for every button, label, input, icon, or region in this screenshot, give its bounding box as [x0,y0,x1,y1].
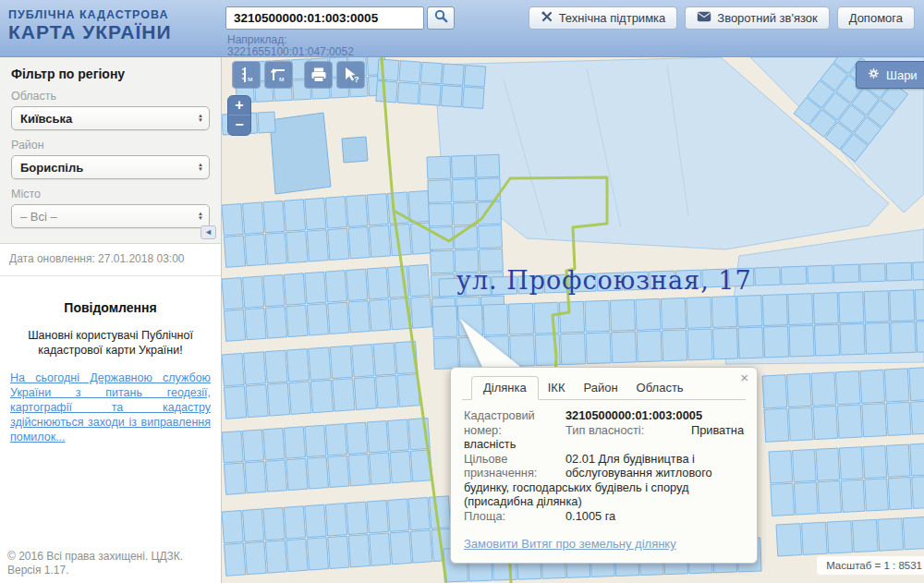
select-arrows-icon: ▲ ▼ [192,212,203,221]
raion-label: Район [11,139,210,152]
purpose-value: 02.01 Для будівництва і [565,452,695,467]
header-buttons: Технічна підтримка Зворотний зв'язок Доп… [529,6,915,30]
logo-line2: КАРТА УКРАЇНИ [8,21,171,43]
area-value: 0.1005 га [565,509,615,524]
popup-line: (присадибна ділянка) [464,494,744,509]
sidebar: Фільтр по регіону Область Київська ▲ ▼ Р… [0,57,222,583]
zoom-control: + − [227,95,251,136]
area-ruler-icon: м [270,66,288,84]
ownership-type-label: Тип власності: [565,423,644,438]
message-title: Повідомлення [0,300,221,315]
parcel-info-popup: × Ділянка ІКК Район Область Кадастровий … [450,367,758,564]
purpose-value2: обслуговування житлового [565,466,712,480]
area-label: Площа: [464,509,565,524]
cursor-question-icon: ? [342,66,360,84]
ownership-type-value2: власність [464,437,516,452]
popup-line: власність [464,437,744,452]
help-button[interactable]: Допомога [837,6,915,30]
arrow-down-icon: ▼ [198,216,203,221]
zoom-out-button[interactable]: − [228,115,250,135]
misto-label: Місто [11,188,210,200]
popup-line: призначення: обслуговування житлового [464,466,744,480]
measure-distance-tool[interactable]: м [232,61,261,89]
raion-select[interactable]: Бориспіль ▲ ▼ [11,155,210,179]
gear-icon [868,67,880,82]
misto-select[interactable]: – Всі – ▲ ▼ [11,204,210,228]
search-icon [434,9,448,27]
svg-text:?: ? [354,75,359,84]
misto-value: – Всі – [20,210,57,224]
collapse-panel-button[interactable]: ◄ [201,225,216,239]
select-arrows-icon: ▲ ▼ [192,163,203,172]
search-input[interactable] [225,6,424,30]
order-extract-link[interactable]: Замовити Витяг про земельну ділянку [464,537,676,551]
arrow-down-icon: ▼ [198,118,203,123]
popup-line: будинку, господарських будівель і споруд [464,480,744,495]
purpose-value3: будинку, господарських будівель і споруд [464,480,688,495]
copyright-line1: © 2016 Всі права захищені. ЦДЗК. [7,550,183,564]
zoom-in-button[interactable]: + [228,96,250,115]
cadastral-number-label2: номер: [464,423,565,438]
svg-text:м: м [248,75,253,83]
purpose-label2: призначення: [464,466,565,480]
message-link[interactable]: На сьогодні Державною службою України з … [10,370,211,444]
raion-value: Бориспіль [20,161,83,175]
svg-text:м: м [279,75,285,83]
app-logo[interactable]: ПУБЛІЧНА КАДАСТРОВА КАРТА УКРАЇНИ [8,8,171,43]
hint-line2: 3221655100:01:047:0052 [227,46,354,58]
oblast-select[interactable]: Київська ▲ ▼ [11,106,210,130]
ownership-type-value: Приватна [691,423,744,438]
tab-raion[interactable]: Район [574,377,626,399]
copyright: © 2016 Всі права захищені. ЦДЗК. Версія … [7,550,183,577]
tab-oblast[interactable]: Область [627,377,693,399]
filter-title: Фільтр по регіону [11,67,210,81]
copyright-line2: Версія 1.17. [7,564,183,577]
search-button[interactable] [427,6,455,30]
oblast-value: Київська [20,112,72,126]
popup-line: Кадастровий 3210500000:01:003:0005 [464,408,744,423]
purpose-label: Цільове [464,452,565,467]
feedback-button[interactable]: Зворотний зв'язок [685,6,829,30]
purpose-value4: (присадибна ділянка) [464,494,582,509]
feedback-label: Зворотний зв'язок [717,11,817,25]
popup-body: Кадастровий 3210500000:01:003:0005 номер… [462,400,746,552]
oblast-label: Область [11,90,210,103]
popup-tabs: Ділянка ІКК Район Область [462,376,746,400]
select-arrows-icon: ▲ ▼ [192,114,203,123]
update-date: Дата оновлення: 27.01.2018 03:00 [0,244,221,276]
identify-tool[interactable]: ? [336,61,365,89]
popup-line: номер: Тип власності: Приватна [464,423,744,438]
tools-icon [541,10,553,26]
street-label: ул. Профсоюзная, 17 [456,266,752,295]
region-filter-panel: Фільтр по регіону Область Київська ▲ ▼ Р… [0,57,221,244]
map-canvas[interactable]: ул. Профсоюзная, 17 м м ? + − [222,57,924,583]
ruler-icon: м [237,66,256,84]
envelope-icon [697,11,711,25]
help-label: Допомога [849,11,903,25]
message-text: Шановні користувачі Публічної кадастрово… [15,328,206,358]
logo-line1: ПУБЛІЧНА КАДАСТРОВА [8,8,171,21]
tab-ikk[interactable]: ІКК [539,377,575,399]
arrow-down-icon: ▼ [198,167,203,172]
tab-dilyanka[interactable]: Ділянка [471,376,539,400]
popup-line: Цільове 02.01 Для будівництва і [464,452,744,467]
popup-line: Площа: 0.1005 га [464,509,744,524]
print-tool[interactable] [304,61,333,89]
scale-indicator: Масштаб = 1 : 8531 [817,556,924,575]
search-hint: Наприклад: 3221655100:01:047:0052 [227,34,354,58]
cadastral-number-label: Кадастровий [464,408,565,423]
tech-support-label: Технічна підтримка [559,11,666,25]
layers-label: Шари [886,68,918,82]
close-icon[interactable]: × [740,370,748,385]
measure-area-tool[interactable]: м [264,61,293,89]
cadastral-number-value: 3210500000:01:003:0005 [565,408,702,423]
layers-button[interactable]: Шари [856,61,924,89]
tech-support-button[interactable]: Технічна підтримка [529,6,678,30]
printer-icon [310,66,328,84]
header-bar: ПУБЛІЧНА КАДАСТРОВА КАРТА УКРАЇНИ Наприк… [0,0,924,57]
